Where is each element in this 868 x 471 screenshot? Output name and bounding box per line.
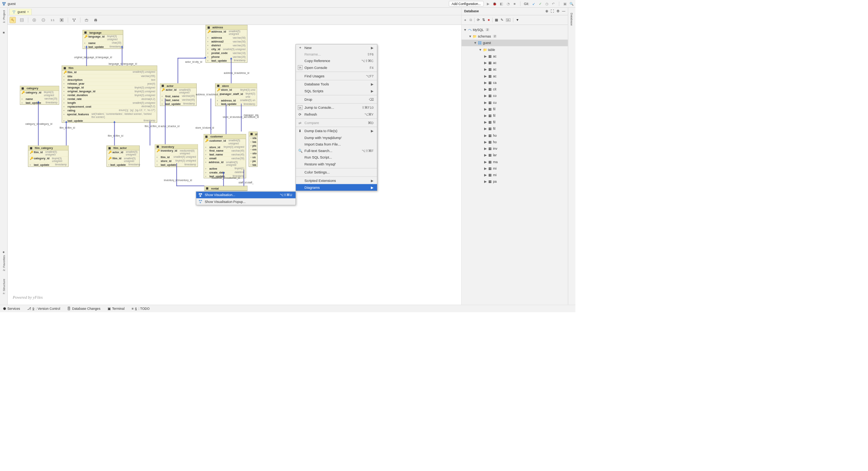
stop-icon[interactable]: ■ (488, 18, 489, 22)
search-icon[interactable]: 🔍 (569, 2, 574, 6)
menu-rename[interactable]: Rename...⇧F6 (296, 51, 377, 57)
menu-dump-data[interactable]: ⬇Dump Data to File(s)▶ (296, 128, 377, 134)
menu-diagrams[interactable]: Diagrams▶ (296, 184, 377, 191)
stop-icon[interactable]: ■ (512, 2, 517, 6)
close-icon[interactable]: × (27, 10, 29, 14)
zoom-in-icon[interactable] (31, 17, 38, 23)
rail-project[interactable]: 1: Project (2, 10, 5, 23)
tree-table-item[interactable]: ▶▦ac (462, 66, 568, 72)
target-icon[interactable]: ⊕ (545, 10, 548, 13)
git-history-icon[interactable]: ◷ (545, 2, 549, 6)
git-update-icon[interactable]: ↙ (532, 2, 536, 6)
filter-icon[interactable]: ▼ (516, 18, 519, 22)
menu-find-usages[interactable]: Find Usages⌥F7 (296, 73, 377, 79)
er-table-staff[interactable]: ▦sta▫sta▫las▫pic▫em▫sto▫us▫pa▫las (249, 131, 258, 167)
refresh-icon[interactable]: ⟳ (477, 18, 480, 22)
add-configuration-button[interactable]: Add Configuration... (449, 1, 484, 7)
tree-table-item[interactable]: ▶▦ac (462, 59, 568, 66)
rail-database[interactable]: Database (570, 13, 573, 26)
minimize-icon[interactable]: — (562, 10, 566, 13)
zoom-reset-icon[interactable]: 1:1 (49, 17, 55, 23)
menu-database-tools[interactable]: Database Tools▶ (296, 81, 377, 87)
menu-new[interactable]: ＋New▶ (296, 44, 377, 51)
menu-color-settings[interactable]: Color Settings... (296, 169, 377, 176)
tree-table-item[interactable]: ▶▦cu (462, 99, 568, 106)
export-icon[interactable] (83, 17, 90, 23)
menu-jump-to-console[interactable]: QLJump to Console...⇧⌘F10 (296, 104, 377, 111)
debug-icon[interactable]: 🐞 (493, 2, 497, 6)
settings-icon[interactable]: ⚙ (556, 10, 560, 13)
submenu-show-visualisation-popup[interactable]: Show Visualisation Popup... (196, 198, 295, 205)
console-icon[interactable]: QL (506, 18, 511, 21)
er-table-language[interactable]: ▦language🔑language_idtinyint(3) unsigned… (82, 30, 123, 49)
tree-table-item[interactable]: ▶▦ca (462, 79, 568, 86)
er-table-customer[interactable]: ▦customer🔑customer_idsmallint(5) unsigne… (204, 134, 246, 178)
menu-scripted-extensions[interactable]: Scripted Extensions▶ (296, 177, 377, 184)
menu-open-console[interactable]: QLOpen ConsoleF4 (296, 64, 377, 71)
diagram-canvas[interactable]: Powered by yFiles ▦language🔑language_idt… (8, 25, 461, 305)
menu-run-sql[interactable]: Run SQL Script... (296, 154, 377, 160)
tree-datasource[interactable]: ▼ MySQL 2 (462, 26, 568, 33)
menu-refresh[interactable]: ⟳Refresh⌥⌘Y (296, 111, 377, 118)
bottom-db-changes[interactable]: 🗄Database Changes (67, 307, 100, 311)
edit-icon[interactable]: ✎ (501, 18, 503, 22)
er-table-category[interactable]: ▦category🔑category_idtinyint(3) unsigned… (20, 86, 59, 105)
all-columns-icon[interactable] (19, 17, 25, 23)
project-structure-icon[interactable]: ▣ (563, 2, 567, 6)
key-columns-icon[interactable] (10, 17, 16, 23)
er-table-film-category[interactable]: ▦film_category🔑film_idsmallint(5) unsign… (28, 146, 69, 167)
duplicate-icon[interactable]: ⧉ (470, 18, 472, 22)
coverage-icon[interactable]: ◧ (499, 2, 504, 6)
tree-table-item[interactable]: ▶▦pa (462, 178, 568, 185)
print-icon[interactable] (93, 17, 99, 23)
git-commit-icon[interactable]: ✓ (538, 2, 542, 6)
submenu-show-visualisation[interactable]: Show Visualisation...⌥⇧⌘U (196, 192, 295, 198)
breadcrumb[interactable]: guest (2, 2, 16, 6)
tree-tables-folder[interactable]: ▼ 📁 table (462, 46, 568, 53)
tree-table-item[interactable]: ▶▦fil (462, 106, 568, 112)
tree-table-item[interactable]: ▶▦co (462, 92, 568, 99)
er-table-film-actor[interactable]: ▦film_actor🔑actor_idsmallint(5) unsigned… (106, 146, 139, 167)
tree-table-item[interactable]: ▶▦lar (462, 152, 568, 158)
tab-guest[interactable]: guest × (9, 9, 32, 15)
expand-icon[interactable]: ⛶ (551, 10, 554, 13)
profile-icon[interactable]: ◔ (506, 2, 510, 6)
tree-table-item[interactable]: ▶▦fil (462, 112, 568, 119)
menu-compare[interactable]: ⇄Compare⌘D (296, 119, 377, 126)
menu-fulltext-search[interactable]: 🔍Full-text Search...⌥⇧⌘F (296, 147, 377, 154)
er-table-rental[interactable]: ▦rental (204, 186, 248, 191)
menu-sql-scripts[interactable]: SQL Scripts▶ (296, 88, 377, 94)
er-table-film[interactable]: ▦film🔑film_idsmallint(5) unsigned▫titlev… (62, 65, 157, 123)
tree-table-item[interactable]: ▶▦fil (462, 119, 568, 125)
tree-schema-guest[interactable]: ▼ guest (462, 39, 568, 46)
er-table-address[interactable]: ▦address🔑address_idsmallint(5) unsigned▫… (206, 25, 247, 63)
git-revert-icon[interactable]: ↶ (551, 2, 556, 6)
tree-table-item[interactable]: ▶▦mi (462, 165, 568, 172)
menu-mysqldump[interactable]: Dump with 'mysqldump' (296, 134, 377, 141)
bottom-todo[interactable]: ≡6: TODO (132, 307, 150, 311)
table-view-icon[interactable]: ▦ (495, 18, 498, 22)
er-table-store[interactable]: ▦store🔑store_idtinyint(3) unsi▫manager_s… (215, 83, 257, 106)
tree-table-item[interactable]: ▶▦ac (462, 53, 568, 59)
tree-table-item[interactable]: ▶▦ma (462, 159, 568, 165)
zoom-out-icon[interactable] (40, 17, 46, 23)
rail-favorites[interactable]: 2: Favorites ★ (2, 251, 5, 271)
bottom-vcs[interactable]: ⎇9: Version Control (27, 307, 60, 311)
run-icon[interactable]: ▶ (486, 2, 490, 6)
tree-table-item[interactable]: ▶▦inv (462, 145, 568, 152)
tree-table-item[interactable]: ▶▦ho (462, 139, 568, 145)
layout-icon[interactable] (71, 17, 77, 23)
sync-icon[interactable]: ⇅ (482, 18, 485, 22)
tree-table-item[interactable]: ▶▦ho (462, 132, 568, 139)
menu-copy-reference[interactable]: Copy Reference⌥⇧⌘C (296, 58, 377, 64)
menu-restore[interactable]: Restore with 'mysql' (296, 161, 377, 167)
tree-schemas[interactable]: ▼ 📁 schemas 2 (462, 33, 568, 39)
add-icon[interactable]: ＋ (463, 18, 467, 22)
bottom-terminal[interactable]: ▣Terminal (108, 307, 125, 311)
tree-table-item[interactable]: ▶▦ac (462, 73, 568, 79)
tree-table-item[interactable]: ▶▦cit (462, 86, 568, 92)
menu-import-data[interactable]: Import Data from File... (296, 141, 377, 147)
bottom-services[interactable]: ⬣Services (3, 307, 20, 311)
rail-structure[interactable]: 7: Structure (2, 279, 5, 294)
tree-table-item[interactable]: ▶▦fil (462, 126, 568, 132)
